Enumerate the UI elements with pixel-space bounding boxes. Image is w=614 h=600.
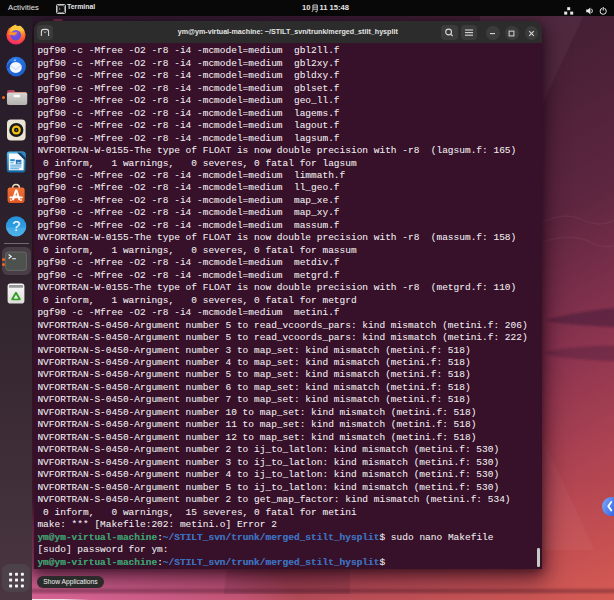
svg-text:?: ? [12,218,20,234]
